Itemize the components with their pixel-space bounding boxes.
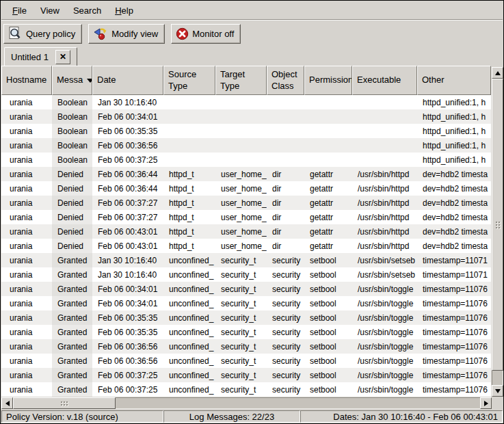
cell-messa: Boolean <box>52 138 92 153</box>
cell-messa: Denied <box>52 224 92 239</box>
cell-object-class: dir <box>267 196 304 210</box>
table-header: HostnameMessaDateSource TypeTarget TypeO… <box>1 66 491 95</box>
column-header-target-type[interactable]: Target Type <box>215 66 267 95</box>
scroll-right-icon[interactable] <box>480 397 492 409</box>
cell-hostname: urania <box>1 239 52 253</box>
table-row[interactable]: uraniaBooleanFeb 06 00:35:35httpd_unifie… <box>1 124 491 138</box>
table-row[interactable]: uraniaDeniedFeb 06 00:36:44httpd_tuser_h… <box>1 167 491 181</box>
cell-object-class: dir <box>267 181 304 196</box>
column-header-label: Date <box>97 75 116 86</box>
cell-other: dev=hdb2 timesta <box>417 181 491 196</box>
cell-source-type: httpd_t <box>163 224 215 239</box>
cell-object-class: security <box>267 253 304 267</box>
cell-other: timestamp=11076 <box>417 325 491 339</box>
horizontal-scrollbar-thumb[interactable] <box>13 397 116 409</box>
cell-date: Feb 06 00:43:01 <box>92 239 163 253</box>
table-row[interactable]: uraniaDeniedFeb 06 00:43:01httpd_tuser_h… <box>1 224 491 239</box>
grip-icon <box>61 401 68 406</box>
cell-source-type: unconfined_ <box>163 368 215 382</box>
tab-untitled-1[interactable]: Untitled 1 ✕ <box>4 47 77 66</box>
table-row[interactable]: uraniaGrantedFeb 06 00:35:35unconfined_s… <box>1 310 491 325</box>
cell-hostname: urania <box>1 95 52 109</box>
column-header-other[interactable]: Other <box>417 66 491 95</box>
column-header-source-type[interactable]: Source Type <box>163 66 215 95</box>
cell-source-type: unconfined_ <box>163 354 215 368</box>
query-policy-icon <box>8 26 23 41</box>
cell-target-type: security_t <box>215 310 267 325</box>
cell-permission <box>304 109 352 124</box>
cell-executable: /usr/sbin/httpd <box>352 224 417 239</box>
menu-search[interactable]: Search <box>66 2 108 19</box>
cell-date: Feb 06 00:37:25 <box>92 368 163 382</box>
table-row[interactable]: uraniaDeniedFeb 06 00:43:01httpd_tuser_h… <box>1 239 491 253</box>
column-header-messa[interactable]: Messa <box>52 66 92 95</box>
column-header-executable[interactable]: Executable <box>352 66 417 95</box>
button-label: Modify view <box>111 29 158 39</box>
cell-source-type <box>163 124 215 138</box>
table-row[interactable]: uraniaBooleanFeb 06 00:34:01httpd_unifie… <box>1 109 491 124</box>
table-row[interactable]: uraniaGrantedFeb 06 00:37:25unconfined_s… <box>1 368 491 382</box>
vertical-scrollbar-thumb[interactable] <box>492 79 503 371</box>
horizontal-scrollbar[interactable] <box>1 397 492 409</box>
cell-target-type: user_home_ <box>215 167 267 181</box>
vertical-scrollbar[interactable] <box>492 67 503 397</box>
cell-executable: /usr/sbin/toggle <box>352 310 417 325</box>
cell-date: Feb 06 00:37:27 <box>92 210 163 224</box>
cell-source-type <box>163 138 215 153</box>
query-policy-button[interactable]: Query policy <box>3 24 82 44</box>
table-row[interactable]: uraniaDeniedFeb 06 00:37:27httpd_tuser_h… <box>1 210 491 224</box>
dates-status: Dates: Jan 30 10:16:40 - Feb 06 00:43:01 <box>300 410 503 423</box>
cell-date: Feb 06 00:35:35 <box>92 310 163 325</box>
toolbar: Query policy Modify view Monitor off <box>1 21 503 46</box>
cell-permission: getattr <box>304 167 352 181</box>
scroll-down-icon[interactable] <box>492 385 503 397</box>
cell-hostname: urania <box>1 325 52 339</box>
column-header-label: Hostname <box>6 75 47 86</box>
table-row[interactable]: uraniaGrantedFeb 06 00:37:25unconfined_s… <box>1 382 491 397</box>
table-row[interactable]: uraniaGrantedFeb 06 00:36:56unconfined_s… <box>1 354 491 368</box>
close-icon[interactable]: ✕ <box>55 50 70 64</box>
scroll-left-icon[interactable] <box>1 397 13 409</box>
cell-executable: /usr/sbin/setseb <box>352 267 417 282</box>
cell-source-type: unconfined_ <box>163 267 215 282</box>
column-header-permission[interactable]: Permission <box>304 66 352 95</box>
cell-messa: Boolean <box>52 153 92 167</box>
cell-hostname: urania <box>1 310 52 325</box>
cell-other: dev=hdb2 timesta <box>417 167 491 181</box>
cell-object-class: dir <box>267 210 304 224</box>
table-row[interactable]: uraniaGrantedJan 30 10:16:40unconfined_s… <box>1 253 491 267</box>
cell-target-type: user_home_ <box>215 196 267 210</box>
monitor-off-button[interactable]: Monitor off <box>171 24 241 44</box>
table-row[interactable]: uraniaDeniedFeb 06 00:36:44httpd_tuser_h… <box>1 181 491 196</box>
scroll-up-icon[interactable] <box>492 67 503 79</box>
column-header-hostname[interactable]: Hostname <box>1 66 52 95</box>
table-row[interactable]: uraniaGrantedFeb 06 00:34:01unconfined_s… <box>1 296 491 310</box>
cell-permission: setbool <box>304 253 352 267</box>
cell-object-class: security <box>267 325 304 339</box>
table-row[interactable]: uraniaGrantedFeb 06 00:35:35unconfined_s… <box>1 325 491 339</box>
menu-file[interactable]: File <box>5 2 34 19</box>
table-row[interactable]: uraniaGrantedFeb 06 00:36:56unconfined_s… <box>1 339 491 354</box>
table-row[interactable]: uraniaBooleanFeb 06 00:37:25httpd_unifie… <box>1 153 491 167</box>
cell-date: Feb 06 00:35:35 <box>92 124 163 138</box>
cell-date: Feb 06 00:36:56 <box>92 354 163 368</box>
cell-other: httpd_unified:1, h <box>417 138 491 153</box>
cell-source-type: httpd_t <box>163 210 215 224</box>
cell-date: Feb 06 00:36:56 <box>92 138 163 153</box>
cell-other: httpd_unified:1, h <box>417 124 491 138</box>
cell-date: Jan 30 10:16:40 <box>92 95 163 109</box>
table-row[interactable]: uraniaGrantedFeb 06 00:34:01unconfined_s… <box>1 282 491 296</box>
column-header-date[interactable]: Date <box>92 66 163 95</box>
cell-messa: Denied <box>52 239 92 253</box>
table-row[interactable]: uraniaGrantedJan 30 10:16:40unconfined_s… <box>1 267 491 282</box>
cell-target-type: security_t <box>215 325 267 339</box>
menu-view[interactable]: View <box>34 2 66 19</box>
column-header-object-class[interactable]: Object Class <box>267 66 304 95</box>
cell-hostname: urania <box>1 167 52 181</box>
menu-help[interactable]: Help <box>108 2 140 19</box>
modify-view-button[interactable]: Modify view <box>88 24 165 44</box>
table-row[interactable]: uraniaDeniedFeb 06 00:37:27httpd_tuser_h… <box>1 196 491 210</box>
cell-other: httpd_unified:1, h <box>417 95 491 109</box>
table-row[interactable]: uraniaBooleanJan 30 10:16:40httpd_unifie… <box>1 95 491 109</box>
table-row[interactable]: uraniaBooleanFeb 06 00:36:56httpd_unifie… <box>1 138 491 153</box>
